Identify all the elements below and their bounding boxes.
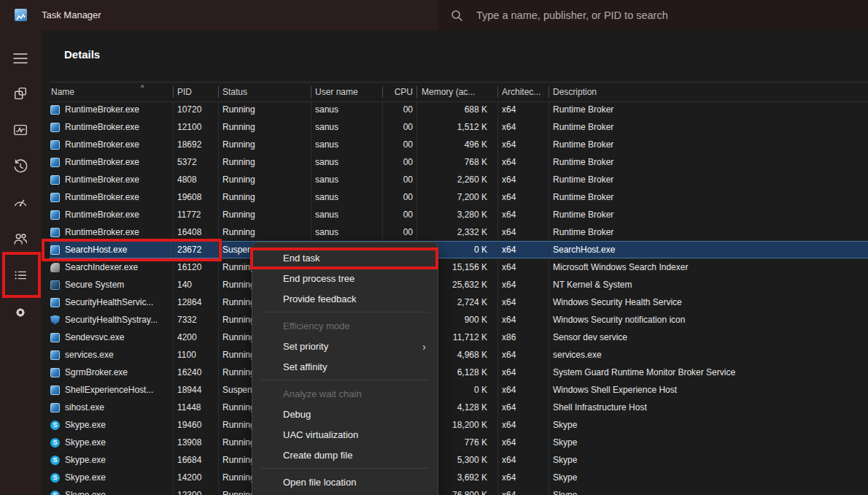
process-memory: 2,260 K (417, 171, 498, 188)
process-cpu: 00 (383, 171, 417, 188)
process-user: sanus (311, 153, 383, 171)
sort-ascending-icon: ^ (141, 84, 144, 91)
table-row[interactable]: RuntimeBroker.exe 16408 Running sanus 00… (50, 223, 868, 241)
table-row[interactable]: RuntimeBroker.exe 11772 Running sanus 00… (50, 206, 868, 223)
table-row[interactable]: SgrmBroker.exe 16240 Running 6,128 K x64… (50, 364, 868, 381)
process-user: sanus (311, 188, 383, 206)
menu-item-label: Open file location (283, 477, 356, 488)
sidebar-item-performance[interactable] (0, 117, 41, 143)
process-name: RuntimeBroker.exe (65, 157, 139, 167)
menu-item-set-priority[interactable]: Set priority› (252, 336, 438, 356)
table-row[interactable]: services.exe 1100 Running 4,968 K x64 se… (50, 346, 868, 364)
table-row[interactable]: RuntimeBroker.exe 19608 Running sanus 00… (50, 188, 868, 206)
table-row[interactable]: Skype.exe 14200 Running 3,692 K x64 Skyp… (50, 469, 868, 486)
table-row[interactable]: Skype.exe 19460 Running 18,200 K x64 Sky… (50, 416, 868, 434)
table-row[interactable]: Secure System 140 Running 25,632 K x64 N… (50, 276, 868, 293)
table-row[interactable]: RuntimeBroker.exe 18692 Running sanus 00… (50, 136, 868, 153)
table-rows: RuntimeBroker.exe 10720 Running sanus 00… (50, 101, 868, 495)
column-header-status[interactable]: Status (219, 86, 311, 98)
column-header-pid[interactable]: PID (174, 86, 219, 98)
process-architecture: x64 (498, 469, 549, 486)
process-architecture: x64 (498, 153, 549, 171)
menu-item-label: Debug (283, 409, 311, 420)
menu-item-uac-virtualization[interactable]: UAC virtualization (252, 424, 438, 445)
table-row[interactable]: SecurityHealthServic... 12864 Running 2,… (50, 293, 868, 311)
process-description: Skype (549, 416, 868, 434)
history-icon (12, 158, 28, 174)
process-architecture: x64 (498, 311, 549, 329)
process-icon (50, 403, 60, 412)
column-header-architecture[interactable]: Architec... (498, 86, 549, 98)
process-icon (50, 280, 60, 290)
menu-item-end-process-tree[interactable]: End process tree (252, 268, 438, 288)
table-row[interactable]: RuntimeBroker.exe 4808 Running sanus 00 … (50, 171, 868, 188)
process-icon (50, 140, 60, 150)
process-user: sanus (311, 171, 383, 188)
sidebar-item-users[interactable] (0, 226, 41, 252)
table-row[interactable]: ShellExperienceHost... 18944 Suspended 0… (50, 381, 868, 399)
process-icon (50, 350, 60, 360)
sidebar-item-processes[interactable] (0, 80, 41, 107)
process-pid: 7332 (174, 311, 219, 329)
menu-item-end-task[interactable]: End task (252, 248, 438, 268)
table-row[interactable]: SearchIndexer.exe 16120 Running 15,156 K… (50, 258, 868, 276)
process-cpu: 00 (383, 136, 417, 153)
process-name: RuntimeBroker.exe (65, 174, 139, 185)
sidebar-item-details[interactable] (0, 262, 41, 288)
menu-item-open-file-location[interactable]: Open file location (252, 472, 438, 492)
process-pid: 4200 (174, 329, 219, 346)
column-header-memory[interactable]: Memory (ac... (417, 86, 498, 98)
table-row[interactable]: SearchHost.exe 23672 Suspended 0 K x64 S… (50, 241, 868, 258)
process-name: Skype.exe (65, 437, 106, 448)
menu-item-label: End task (283, 253, 320, 264)
process-name: SearchIndexer.exe (65, 262, 138, 272)
menu-item-debug[interactable]: Debug (252, 404, 438, 424)
process-icon (50, 175, 60, 185)
table-row[interactable]: RuntimeBroker.exe 5372 Running sanus 00 … (50, 153, 868, 171)
column-header-description[interactable]: Description (549, 86, 868, 98)
column-header-cpu[interactable]: CPU (383, 86, 417, 98)
process-name: sihost.exe (65, 402, 104, 412)
process-architecture: x64 (498, 276, 549, 293)
table-row[interactable]: RuntimeBroker.exe 12100 Running sanus 00… (50, 118, 868, 136)
column-header-name[interactable]: Name ^ (50, 86, 174, 98)
table-row[interactable]: Skype.exe 13908 Running 776 K x64 Skype (50, 434, 868, 451)
menu-item-set-affinity[interactable]: Set affinity (252, 356, 438, 377)
table-row[interactable]: sihost.exe 11448 Running 4,128 K x64 She… (50, 399, 868, 416)
search-icon (451, 9, 463, 22)
process-cpu: 00 (383, 153, 417, 171)
table-row[interactable]: Sendevsvc.exe 4200 Running 11,712 K x86 … (50, 329, 868, 346)
column-header-username[interactable]: User name (311, 86, 383, 98)
table-row[interactable]: SecurityHealthSystray... 7332 Running 90… (50, 311, 868, 329)
process-pid: 19460 (174, 416, 219, 434)
process-architecture: x64 (498, 188, 549, 206)
table-row[interactable]: RuntimeBroker.exe 10720 Running sanus 00… (50, 101, 868, 118)
process-pid: 1100 (174, 346, 219, 364)
process-name: RuntimeBroker.exe (65, 227, 139, 237)
process-cpu: 00 (383, 188, 417, 206)
table-row[interactable]: Skype.exe 12300 Running 76,800 K x64 Sky… (50, 486, 868, 495)
process-status: Running (219, 136, 311, 153)
process-cpu: 00 (383, 206, 417, 223)
table-row[interactable]: Skype.exe 16684 Running 5,300 K x64 Skyp… (50, 451, 868, 469)
process-pid: 16684 (174, 451, 219, 469)
process-description: Runtime Broker (549, 136, 868, 153)
process-architecture: x64 (498, 118, 549, 136)
sidebar-item-app-history[interactable] (0, 153, 41, 180)
process-architecture: x64 (498, 364, 549, 381)
process-memory: 688 K (417, 101, 498, 118)
sidebar (0, 31, 41, 495)
process-pid: 11772 (174, 206, 219, 223)
process-description: Runtime Broker (549, 223, 868, 241)
menu-item-create-dump-file[interactable]: Create dump file (252, 445, 438, 465)
search-input[interactable]: Type a name, publisher, or PID to search (438, 0, 868, 31)
menu-item-provide-feedback[interactable]: Provide feedback (252, 288, 438, 309)
context-menu: End taskEnd process treeProvide feedback… (252, 242, 438, 495)
sidebar-item-services[interactable] (0, 299, 41, 326)
process-pid: 11448 (174, 399, 219, 416)
process-name: Skype.exe (65, 420, 106, 430)
process-cpu: 00 (383, 223, 417, 241)
sidebar-menu-button[interactable] (0, 45, 41, 72)
processes-icon (12, 85, 28, 101)
sidebar-item-startup-apps[interactable] (0, 189, 41, 215)
